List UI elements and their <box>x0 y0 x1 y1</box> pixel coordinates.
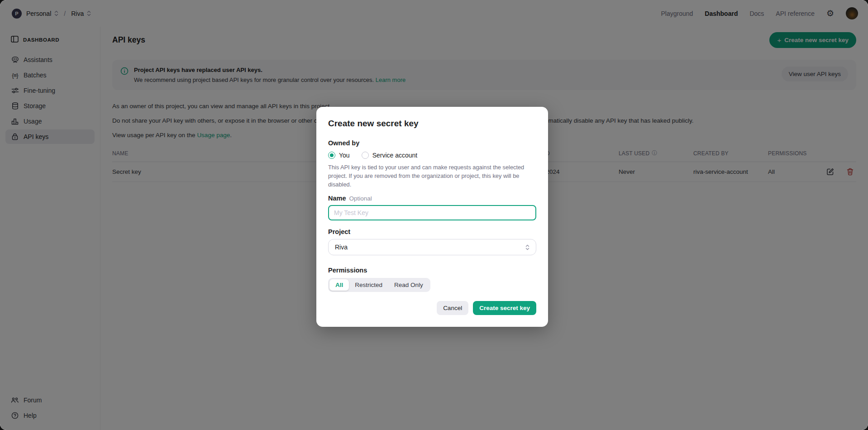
key-name-input[interactable] <box>328 205 536 220</box>
name-optional-hint: Optional <box>349 195 372 202</box>
radio-service-label: Service account <box>372 152 418 159</box>
radio-option-you[interactable]: You <box>328 152 350 159</box>
project-select-value: Riva <box>335 244 348 251</box>
owned-by-label: Owned by <box>328 139 536 147</box>
project-select[interactable]: Riva <box>328 239 536 255</box>
permission-option-all[interactable]: All <box>329 279 349 291</box>
permission-option-restricted[interactable]: Restricted <box>349 279 388 291</box>
radio-you-label: You <box>339 152 350 159</box>
app-window: P Personal / Riva Playground Dashboard D… <box>0 0 868 430</box>
modal-title: Create new secret key <box>328 119 536 129</box>
owned-by-help-text: This API key is tied to your user and ca… <box>328 163 536 189</box>
create-secret-key-modal: Create new secret key Owned by You Servi… <box>316 107 548 327</box>
radio-unselected-icon[interactable] <box>362 152 369 159</box>
radio-option-service-account[interactable]: Service account <box>362 152 418 159</box>
submit-create-key-button[interactable]: Create secret key <box>473 301 536 315</box>
chevron-updown-icon <box>525 244 529 250</box>
cancel-button[interactable]: Cancel <box>437 301 468 315</box>
permissions-segmented-control: All Restricted Read Only <box>328 278 430 292</box>
permission-option-read-only[interactable]: Read Only <box>388 279 429 291</box>
name-label: Name <box>328 195 346 202</box>
name-field-label-row: Name Optional <box>328 195 536 202</box>
permissions-label: Permissions <box>328 267 536 274</box>
modal-footer: Cancel Create secret key <box>328 301 536 315</box>
owned-by-radio-group: You Service account <box>328 152 536 159</box>
radio-selected-icon[interactable] <box>328 152 335 159</box>
project-label: Project <box>328 228 536 235</box>
